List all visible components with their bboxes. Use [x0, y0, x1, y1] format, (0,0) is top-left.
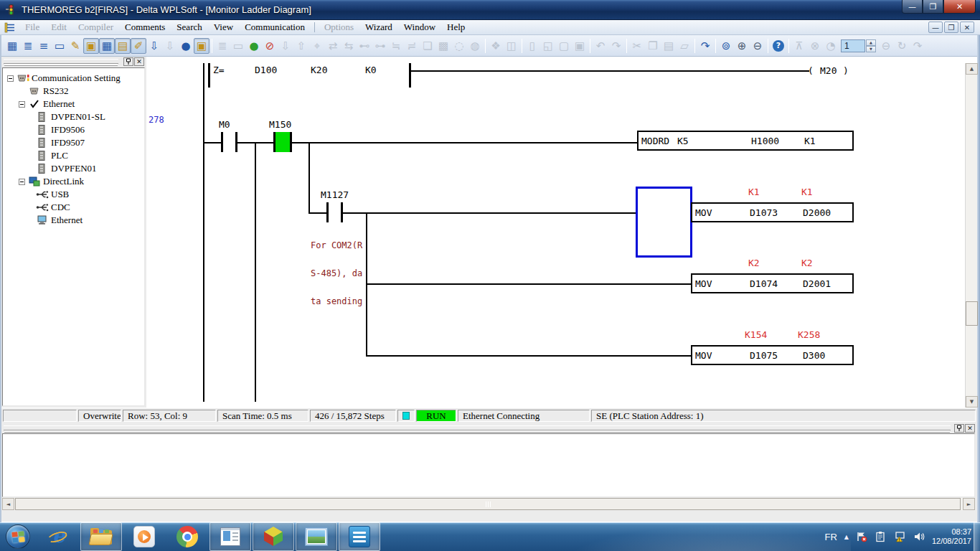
tray-clock[interactable]: 08:37 12/08/2017: [932, 527, 971, 546]
panel-grip[interactable]: [4, 59, 118, 64]
copy-icon[interactable]: ❐: [645, 38, 661, 54]
scroll-thumb[interactable]: [15, 498, 961, 510]
open-file-icon[interactable]: ◱: [540, 38, 556, 54]
ladder-monitor-mode-icon[interactable]: ▣: [83, 38, 99, 54]
separator[interactable]: [588, 38, 593, 54]
tree-item-dvpfen01[interactable]: DVPFEN01: [3, 162, 144, 175]
edit-mode-icon[interactable]: ✎: [67, 38, 83, 54]
action-center-flag-icon[interactable]: [856, 531, 867, 542]
delete-icon[interactable]: ▱: [677, 38, 692, 54]
panel-grip[interactable]: [4, 425, 951, 430]
separator[interactable]: [786, 38, 791, 54]
spinner-down-button[interactable]: ▼: [866, 46, 876, 52]
taskbar-wplsoft[interactable]: [253, 522, 294, 551]
cascade-window-icon[interactable]: ❏: [420, 38, 435, 54]
stop-plc-icon[interactable]: ⊘: [262, 38, 278, 54]
taskbar-file-explorer[interactable]: [80, 522, 122, 551]
tree-item-cdc[interactable]: CDC: [3, 201, 144, 214]
menu-options[interactable]: Options: [319, 20, 359, 34]
panel-close-button[interactable]: ✕: [134, 57, 144, 66]
collapse-icon[interactable]: [19, 101, 25, 108]
taskbar-chrome[interactable]: [166, 522, 208, 551]
panel-pin-button[interactable]: [123, 57, 133, 66]
mdi-minimize-button[interactable]: —: [928, 22, 943, 33]
tree-item-rs232[interactable]: RS232: [3, 85, 144, 98]
pc-to-plc-icon[interactable]: ⇩: [278, 38, 293, 54]
menu-comments[interactable]: Comments: [119, 20, 171, 34]
scroll-up-button[interactable]: ▲: [966, 63, 978, 75]
message-panel-content[interactable]: [2, 433, 975, 497]
scroll-thumb[interactable]: [966, 301, 978, 326]
modrd-instruction-box[interactable]: MODRD K5 H1000 K1: [637, 131, 854, 151]
menu-separator[interactable]: [314, 22, 315, 32]
menu-wizard[interactable]: Wizard: [359, 20, 398, 34]
menu-view[interactable]: View: [208, 20, 239, 34]
taskbar-photo-viewer[interactable]: [296, 522, 337, 551]
mov-instruction-box-1[interactable]: MOV D1073 D2000: [691, 202, 854, 222]
instruction-view-icon[interactable]: ≡: [36, 38, 52, 54]
minimize-button[interactable]: —: [902, 0, 923, 14]
taskbar-media-player[interactable]: [123, 522, 165, 551]
pen-tool-icon[interactable]: ✐: [131, 38, 146, 54]
target-icon[interactable]: ⊗: [807, 38, 823, 54]
network-warning-icon[interactable]: [893, 531, 906, 542]
code-view-icon[interactable]: ⇆: [341, 38, 357, 54]
message-panel-hscrollbar[interactable]: ◄ ►: [2, 498, 975, 510]
refresh-icon[interactable]: ↻: [894, 38, 910, 54]
edit-cursor-cell[interactable]: [636, 187, 692, 258]
menu-compiler[interactable]: Compiler: [72, 20, 119, 34]
find-icon[interactable]: ⊚: [718, 38, 734, 54]
tree-item-dvpen01-sl[interactable]: DVPEN01-SL: [3, 110, 144, 123]
zoom-in-icon[interactable]: ⊕: [734, 38, 750, 54]
magnify-q2-icon[interactable]: ◍: [467, 38, 483, 54]
goto-icon[interactable]: ↷: [697, 38, 713, 54]
timer-icon[interactable]: ◔: [823, 38, 839, 54]
restore-button[interactable]: ❐: [923, 0, 943, 14]
remove-monitor-icon[interactable]: ⊖: [878, 38, 894, 54]
separator[interactable]: [692, 38, 697, 54]
separator[interactable]: [519, 38, 524, 54]
tree-item-ethernet-direct[interactable]: Ethernet: [3, 214, 144, 227]
clipboard-tray-icon[interactable]: [875, 531, 886, 542]
simulator-icon[interactable]: ▭: [230, 38, 246, 54]
menu-edit[interactable]: Edit: [45, 20, 72, 34]
image-view-icon[interactable]: ▩: [435, 38, 451, 54]
taskbar-internet-explorer[interactable]: e: [37, 522, 79, 551]
magnify-q1-icon[interactable]: ◌: [451, 38, 467, 54]
show-desktop-button[interactable]: [974, 522, 980, 551]
mdi-restore-button[interactable]: ❐: [944, 22, 958, 33]
align-contacts-icon[interactable]: ≓: [404, 38, 420, 54]
upload-arrow-icon[interactable]: ⇩: [162, 38, 178, 54]
mdi-child-icon[interactable]: [4, 22, 15, 33]
collapse-icon[interactable]: [7, 75, 14, 82]
ladder-view-icon[interactable]: ≣: [20, 38, 36, 54]
separator[interactable]: [483, 38, 488, 54]
menu-search[interactable]: Search: [171, 20, 207, 34]
mdi-close-button[interactable]: ✕: [960, 22, 974, 33]
monitor-lamp-icon[interactable]: ●: [178, 38, 194, 54]
sync-icon[interactable]: ⊼: [791, 38, 807, 54]
scroll-down-button[interactable]: ▼: [966, 396, 978, 408]
separator[interactable]: [765, 38, 771, 54]
ld-out-view-icon[interactable]: ▦: [4, 38, 20, 54]
code-convert-icon[interactable]: ⇄: [325, 38, 341, 54]
monitor-window-icon[interactable]: ▣: [194, 38, 209, 54]
panel-close-button[interactable]: ✕: [965, 424, 975, 433]
device-table-icon[interactable]: ▦: [99, 38, 115, 54]
mov-instruction-box-2[interactable]: MOV D1074 D2001: [691, 273, 854, 293]
new-file-icon[interactable]: ▯: [524, 38, 540, 54]
volume-icon[interactable]: [913, 531, 925, 542]
run-plc-icon[interactable]: ●: [246, 38, 262, 54]
return-icon[interactable]: ↷: [910, 38, 925, 54]
editor-vscrollbar[interactable]: ▲ ▼: [965, 63, 977, 408]
menu-file[interactable]: File: [19, 20, 45, 34]
separator[interactable]: [713, 38, 718, 54]
start-button[interactable]: [6, 524, 30, 549]
panel-pin-button[interactable]: [954, 424, 964, 433]
flowchart-icon[interactable]: ❖: [488, 38, 504, 54]
mov-instruction-box-3[interactable]: MOV D1075 D300: [691, 345, 854, 365]
scroll-right-button[interactable]: ►: [963, 498, 975, 510]
plc-to-pc-icon[interactable]: ⇧: [293, 38, 309, 54]
help-icon[interactable]: ?: [771, 38, 786, 54]
page-spinner-value[interactable]: 1: [841, 39, 865, 52]
